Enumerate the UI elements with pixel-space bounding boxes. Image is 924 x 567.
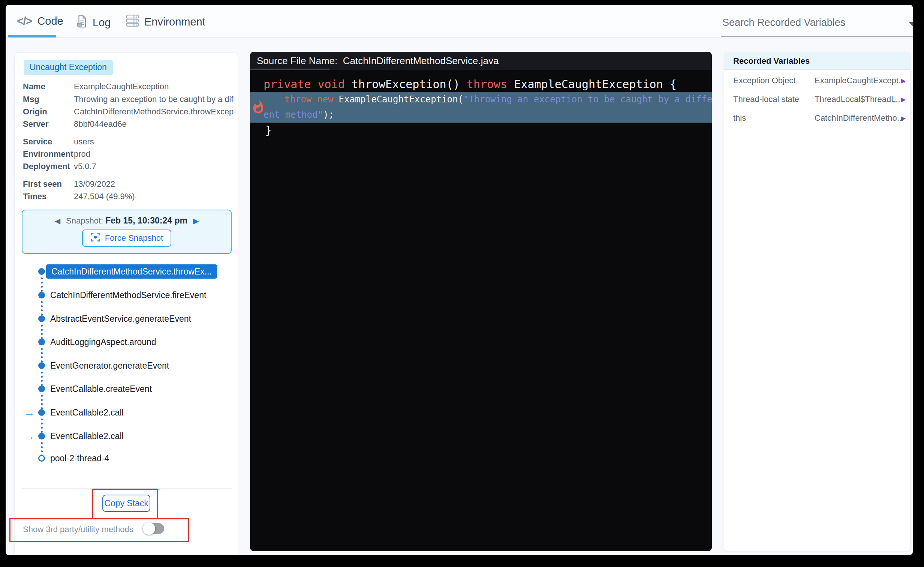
info-row-deployment: Deploymentv5.0.7 [15, 161, 238, 173]
stack-dot-icon [38, 385, 45, 392]
code-string: ent method" [264, 110, 323, 120]
tab-environment[interactable]: Environment [126, 15, 206, 29]
info-value: prod [74, 148, 237, 160]
snapshot-next-icon[interactable]: ▶ [193, 217, 199, 226]
stack-connector [40, 325, 43, 339]
stack-dot-icon [38, 268, 45, 275]
info-label: Origin [23, 106, 47, 118]
code-line-2-wrap[interactable]: ent method"); [250, 107, 712, 123]
info-value: users [74, 136, 237, 148]
app-window: </> Code Log [6, 5, 913, 555]
stack-frame-label: AbstractEventService.generateEvent [50, 314, 191, 324]
code-text: ExampleCaughtException( [339, 94, 463, 105]
info-value: Throwing an exception to be caught by a … [74, 93, 237, 105]
exception-details-panel: Uncaught Exception NameExampleCaughtExce… [14, 53, 238, 555]
info-row-msg: MsgThrowing an exception to be caught by… [15, 93, 238, 105]
code-text: ); [323, 110, 334, 120]
stack-dot-icon [38, 292, 45, 298]
info-row-name: NameExampleCaughtException [15, 81, 238, 93]
variable-value: CatchInDifferentMetho... [814, 111, 904, 125]
toggle-knob [143, 522, 155, 535]
expand-arrow-icon[interactable]: ▶ [901, 114, 906, 122]
info-row-environment: Environmentprod [15, 148, 238, 160]
search-recorded-variables-label: Search Recorded Variables [722, 17, 845, 29]
snapshot-prev-icon[interactable]: ◀ [55, 217, 60, 226]
code-line-3[interactable]: } [250, 123, 712, 138]
recorded-variables-panel: Recorded Variables Exception Object Exam… [724, 52, 910, 551]
info-label: Times [23, 191, 46, 203]
stack-frame-label: CatchInDifferentMethodService.throwEx... [46, 265, 217, 279]
header-underline [250, 69, 330, 70]
force-snapshot-button[interactable]: Force Snapshot [82, 230, 171, 247]
snapshot-prefix: Snapshot: [66, 216, 105, 226]
active-tab-underline [8, 35, 56, 38]
info-row-service: Serviceusers [15, 136, 238, 148]
search-recorded-variables-select[interactable]: Search Recorded Variables [721, 15, 913, 37]
stack-frame-label: pool-2-thread-4 [50, 453, 109, 463]
log-icon [76, 15, 87, 31]
info-row-times: Times247,504 (49.9%) [15, 191, 238, 203]
chevron-down-icon[interactable] [909, 22, 913, 27]
force-snapshot-icon [90, 232, 100, 245]
search-select-underline [721, 36, 913, 37]
stack-frame-label: AuditLoggingAspect.around [50, 337, 156, 347]
info-value: v5.0.7 [74, 161, 237, 173]
show-3rd-party-toggle[interactable] [143, 522, 164, 535]
code-line-1[interactable]: private void throwException() throws Exa… [250, 77, 712, 92]
variable-row-exception-object: Exception Object ExampleCaughtExcept... … [724, 74, 910, 87]
info-value: 13/09/2022 [74, 178, 237, 190]
copy-stack-button[interactable]: Copy Stack [102, 495, 150, 512]
source-file-name: Source File Name: CatchInDifferentMethod… [257, 52, 499, 70]
copy-stack-label: Copy Stack [104, 498, 148, 508]
info-value: 8bbf044ead6e [74, 118, 237, 130]
info-label: Environment [23, 148, 73, 160]
stack-frame-label: EventGenerator.generateEvent [50, 361, 169, 371]
force-snapshot-label: Force Snapshot [105, 233, 163, 243]
info-label: First seen [23, 178, 62, 190]
variable-label: Thread-local state [733, 93, 799, 106]
code-text: } [265, 124, 272, 137]
tab-log-label: Log [93, 17, 111, 29]
code-text: throwException() [352, 78, 466, 91]
code-icon: </> [17, 15, 32, 27]
info-label: Name [23, 81, 45, 93]
variable-value: ExampleCaughtExcept... [814, 74, 905, 87]
stack-connector [40, 418, 43, 433]
info-row-server: Server8bbf044ead6e [15, 118, 238, 130]
stack-frame-label: CatchInDifferentMethodService.fireEvent [50, 290, 206, 300]
stack-dot-icon [38, 362, 45, 369]
thread-ring-icon [38, 455, 45, 462]
code-string: "Throwing an exception to be caught by a… [463, 94, 712, 105]
snapshot-nav-row: ◀ Snapshot: Feb 15, 10:30:24 pm ▶ [55, 216, 199, 226]
show-3rd-party-label: Show 3rd party/utility methods [23, 524, 134, 535]
expand-arrow-icon[interactable]: ▶ [901, 96, 906, 104]
tab-code[interactable]: </> Code [17, 15, 63, 27]
info-label: Service [23, 136, 52, 148]
info-value: 247,504 (49.9%) [74, 191, 237, 203]
variable-row-thread-local: Thread-local state ThreadLocal$ThreadL..… [724, 93, 910, 106]
recorded-variables-header: Recorded Variables [724, 52, 910, 70]
info-value: CatchInDifferentMethodService.throwExcep [74, 106, 237, 118]
recorded-variables-title: Recorded Variables [733, 52, 810, 70]
info-row-first-seen: First seen13/09/2022 [15, 178, 238, 190]
code-line-2[interactable]: throw new ExampleCaughtException("Throwi… [250, 92, 712, 107]
stack-connector [40, 442, 43, 456]
stack-frame-label: EventCallable2.call [50, 408, 124, 418]
exception-flame-icon [251, 100, 266, 115]
source-code-panel: Source File Name: CatchInDifferentMethod… [250, 52, 712, 551]
source-file-name-label: Source File Name: [257, 55, 338, 66]
current-frame-arrow-icon: → [24, 405, 35, 420]
stack-dot-icon [38, 338, 45, 345]
tab-log[interactable]: Log [76, 15, 111, 31]
variable-value: ThreadLocal$ThreadL... [814, 93, 903, 106]
current-frame-arrow-icon: → [24, 429, 35, 443]
exception-type-badge: Uncaught Exception [24, 60, 113, 75]
info-row-origin: OriginCatchInDifferentMethodService.thro… [15, 106, 238, 118]
expand-arrow-icon[interactable]: ▶ [901, 77, 906, 85]
source-file-header: Source File Name: CatchInDifferentMethod… [250, 52, 712, 70]
stack-connector [40, 278, 43, 292]
stack-dot-icon [38, 433, 45, 439]
info-label: Server [23, 118, 49, 130]
environment-icon [126, 15, 139, 29]
variable-label: this [733, 111, 746, 125]
